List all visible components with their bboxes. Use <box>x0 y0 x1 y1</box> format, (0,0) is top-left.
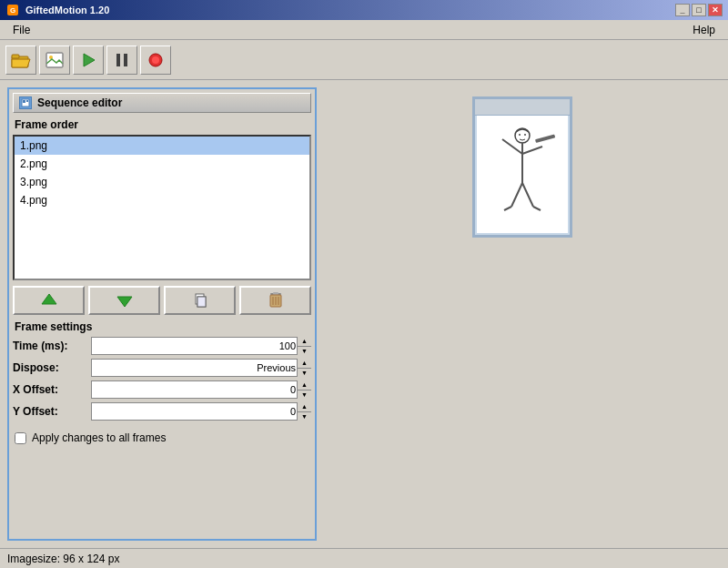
menu-bar: File Help <box>0 20 728 40</box>
svg-point-36 <box>524 134 526 136</box>
panel-title: Sequence editor <box>37 96 122 109</box>
y-offset-up-button[interactable]: ▲ <box>298 402 311 412</box>
svg-rect-3 <box>12 55 19 58</box>
y-offset-input[interactable] <box>91 402 311 421</box>
dispose-input-wrap: ▲ ▼ <box>91 359 311 377</box>
dispose-label: Dispose: <box>13 359 86 377</box>
svg-point-11 <box>152 56 159 64</box>
svg-marker-16 <box>117 297 132 307</box>
svg-rect-8 <box>116 54 120 66</box>
y-offset-down-button[interactable]: ▼ <box>298 412 311 421</box>
move-down-button[interactable] <box>88 286 160 315</box>
settings-grid: Time (ms): ▲ ▼ Dispose: ▲ ▼ <box>13 337 311 421</box>
title-bar: G GiftedMotion 1.20 _ □ ✕ <box>0 0 728 20</box>
time-down-button[interactable]: ▼ <box>298 347 311 356</box>
svg-rect-14 <box>26 100 28 102</box>
app-title: GiftedMotion 1.20 <box>25 5 675 15</box>
svg-rect-9 <box>124 54 127 66</box>
status-text: Imagesize: 96 x 124 px <box>7 553 119 565</box>
frame-settings: Frame settings Time (ms): ▲ ▼ Dispose: ▲ <box>13 320 311 448</box>
record-button[interactable] <box>140 46 171 75</box>
status-bar: Imagesize: 96 x 124 px <box>0 548 728 568</box>
toolbar <box>0 40 728 80</box>
app-icon: G <box>5 3 20 17</box>
frame-settings-label: Frame settings <box>13 320 311 333</box>
main-content: Sequence editor Frame order 1.png 2.png … <box>0 80 728 548</box>
y-offset-input-wrap: ▲ ▼ <box>91 402 311 421</box>
copy-button[interactable] <box>164 286 236 315</box>
time-label: Time (ms): <box>13 337 86 355</box>
minimize-button[interactable]: _ <box>675 4 690 16</box>
dispose-down-button[interactable]: ▼ <box>298 369 311 378</box>
help-menu[interactable]: Help <box>685 22 723 38</box>
svg-rect-19 <box>197 297 206 307</box>
y-offset-spinner: ▲ ▼ <box>297 402 311 421</box>
svg-point-35 <box>519 134 521 136</box>
x-offset-up-button[interactable]: ▲ <box>298 380 311 390</box>
time-input[interactable] <box>91 337 311 355</box>
x-offset-label: X Offset: <box>13 380 86 399</box>
list-item[interactable]: 4.png <box>15 191 309 209</box>
file-menu[interactable]: File <box>5 22 37 38</box>
x-offset-spinner: ▲ ▼ <box>297 380 311 399</box>
pause-button[interactable] <box>106 46 137 75</box>
time-spinner: ▲ ▼ <box>297 337 311 355</box>
open-button[interactable] <box>5 46 36 75</box>
preview-top-bar <box>475 99 570 116</box>
x-offset-down-button[interactable]: ▼ <box>298 390 311 400</box>
window-controls: _ □ ✕ <box>675 4 723 16</box>
preview-area <box>324 87 721 541</box>
list-item[interactable]: 2.png <box>15 155 309 173</box>
play-button[interactable] <box>73 46 104 75</box>
svg-line-29 <box>522 147 542 154</box>
list-item[interactable]: 1.png <box>15 137 309 155</box>
svg-marker-15 <box>42 294 56 304</box>
list-item[interactable]: 3.png <box>15 173 309 191</box>
x-offset-input[interactable] <box>91 380 311 399</box>
y-offset-label: Y Offset: <box>13 402 86 421</box>
dispose-up-button[interactable]: ▲ <box>298 359 311 369</box>
svg-line-32 <box>522 183 533 207</box>
preview-frame <box>472 96 572 238</box>
svg-line-31 <box>511 183 522 207</box>
panel-icon <box>19 96 32 109</box>
apply-all-label: Apply changes to all frames <box>32 431 166 444</box>
frame-order-label: Frame order <box>13 118 311 131</box>
svg-rect-30 <box>535 134 555 143</box>
apply-all-checkbox[interactable] <box>15 432 26 444</box>
svg-text:G: G <box>10 6 15 15</box>
svg-marker-7 <box>84 54 95 66</box>
move-up-button[interactable] <box>13 286 85 315</box>
maximize-button[interactable]: □ <box>692 4 706 16</box>
time-up-button[interactable]: ▲ <box>298 337 311 347</box>
svg-rect-4 <box>46 53 63 67</box>
svg-line-34 <box>533 207 541 210</box>
panel-header: Sequence editor <box>13 93 311 113</box>
delete-button[interactable] <box>239 286 311 315</box>
sequence-panel: Sequence editor Frame order 1.png 2.png … <box>7 87 317 541</box>
close-button[interactable]: ✕ <box>708 4 723 16</box>
image-button[interactable] <box>39 46 70 75</box>
frame-list[interactable]: 1.png 2.png 3.png 4.png <box>13 135 311 280</box>
time-input-wrap: ▲ ▼ <box>91 337 311 355</box>
apply-all-row: Apply changes to all frames <box>13 428 311 448</box>
svg-line-33 <box>504 207 511 210</box>
dispose-spinner: ▲ ▼ <box>297 359 311 377</box>
dispose-input[interactable] <box>91 359 311 377</box>
action-buttons <box>13 286 311 315</box>
figure-preview <box>486 119 559 228</box>
svg-rect-13 <box>23 100 25 103</box>
x-offset-input-wrap: ▲ ▼ <box>91 380 311 399</box>
